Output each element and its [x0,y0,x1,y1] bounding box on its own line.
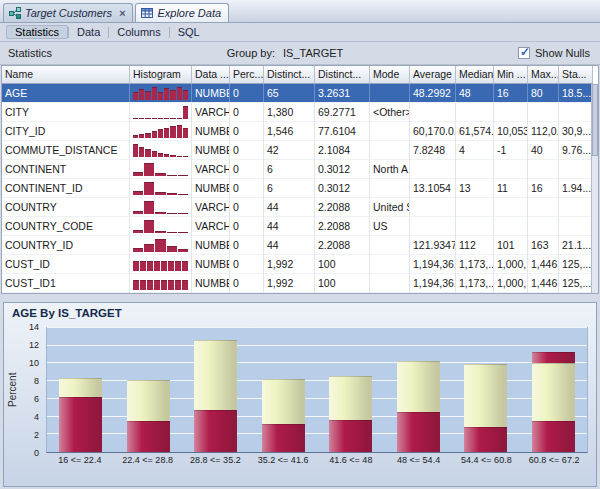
chart-bar-1[interactable] [59,328,102,452]
cell-name: CONTINENT_ID [2,179,130,198]
cell-value: 0 [230,103,264,122]
show-nulls-checkbox[interactable] [518,47,530,59]
histogram-bar [167,193,177,195]
subtab-columns[interactable]: Columns [109,25,168,39]
chart-bar-4[interactable] [262,328,305,452]
column-header-3[interactable]: Data ... [192,66,230,84]
histogram-bar [155,173,165,176]
histogram-bar [182,280,188,290]
cell-value: 0 [230,122,264,141]
cell-value: 13 [456,179,494,198]
cell-value: 16 [528,179,559,198]
subtab-sql[interactable]: SQL [170,25,208,39]
table-row-CONTINENT_ID[interactable]: CONTINENT_IDNUMBER060.301213.10541311161… [2,179,598,198]
cell-value: 1,992 [264,274,315,293]
column-header-6[interactable]: Distinct... [315,66,370,84]
bar-segment-red [59,397,102,452]
table-row-CITY[interactable]: CITYVARCH...01,38069.2771<Other> [2,103,598,122]
histogram-bar [152,151,157,157]
histogram-bar [155,212,165,214]
table-row-CITY_ID[interactable]: CITY_IDNUMBER01,54677.610460,170.0...61,… [2,122,598,141]
table-row-CUST_ID1[interactable]: CUST_ID1NUMBER01,9921001,194,36...1,173,… [2,274,598,293]
mini-histogram [133,86,188,100]
histogram-bar [183,106,188,119]
bar-segment-yellow [194,340,237,409]
tab-target-customers[interactable]: Target Customers × [3,3,133,22]
bar-segment-red [532,352,575,363]
column-header-11[interactable]: Max... [528,66,559,84]
cell-value: 1,446... [528,255,559,274]
cell-value: 10,053 [494,122,528,141]
cell-value [494,217,528,236]
table-header: NameHistogramData ...Perc...Distinct...D… [2,66,598,84]
cell-value: 13.1054 [410,179,456,198]
tab-explore-data[interactable]: Explore Data [135,3,229,22]
subtab-data[interactable]: Data [69,25,108,39]
cell-value: NUMBER [192,84,230,103]
subtab-statistics[interactable]: Statistics [6,25,68,39]
histogram-thumbnail [130,84,192,103]
histogram-bar [178,194,188,195]
chart-bar-2[interactable] [127,328,170,452]
bar-segment-red [194,410,237,453]
table-row-AGE[interactable]: AGENUMBER0653.263148.299248168018.5... [2,84,598,103]
cell-value: 18.5... [559,84,593,103]
chart-bar-6[interactable] [397,328,440,452]
chart-bar-8[interactable] [532,328,575,452]
cell-value: 1,000,... [494,274,528,293]
chart-bar-3[interactable] [194,328,237,452]
table-row-COUNTRY_ID[interactable]: COUNTRY_IDNUMBER0442.2088121.93471121011… [2,236,598,255]
histogram-thumbnail [130,217,192,236]
x-axis-labels: 16 <= 22.422.4 <= 28.828.8 <= 35.235.2 <… [46,455,588,467]
table-row-COMMUTE_DISTANCE[interactable]: COMMUTE_DISTANCENUMBER0422.10847.82484-1… [2,141,598,160]
cell-value: 112,0... [528,122,559,141]
cell-value: 101 [494,236,528,255]
cell-value [410,217,456,236]
cell-value: NUMBER [192,141,230,160]
mini-histogram [133,105,188,119]
chart-bar-5[interactable] [329,328,372,452]
cell-value: 0 [230,217,264,236]
column-header-1[interactable]: Name [2,66,130,84]
cell-value [528,198,559,217]
cell-value: 1,546 [264,122,315,141]
show-nulls-toggle[interactable]: Show Nulls [518,47,590,59]
cell-name: CONTINENT [2,160,130,179]
cell-value: 1,173,... [456,255,494,274]
histogram-bar [144,201,154,214]
table-row-CONTINENT[interactable]: CONTINENTVARCH...060.3012North A... [2,160,598,179]
bar-segment-red [397,412,440,452]
column-header-9[interactable]: Median [456,66,494,84]
group-by-value[interactable]: IS_TARGET [283,47,343,59]
cell-value: 1.94... [559,179,593,198]
y-tick-label: 12 [29,340,39,350]
table-row-COUNTRY[interactable]: COUNTRYVARCH...0442.2088United St... [2,198,598,217]
histogram-bar [164,154,169,157]
mini-histogram [133,124,188,138]
histogram-bar [133,92,138,100]
scrollbar-thumb[interactable] [592,84,598,156]
histogram-bar [133,280,139,290]
cell-value: 3.2631 [315,84,370,103]
column-header-12[interactable]: Sta... [559,66,593,84]
table-row-CUST_ID[interactable]: CUST_IDNUMBER01,9921001,194,36...1,173,.… [2,255,598,274]
histogram-bar [178,249,188,252]
histogram-bar [178,213,188,214]
column-header-5[interactable]: Distinct... [264,66,315,84]
column-header-7[interactable]: Mode [370,66,410,84]
histogram-bar [178,175,188,176]
histogram-bar [158,118,163,119]
cell-value: VARCH... [192,103,230,122]
table-row-COUNTRY_CODE[interactable]: COUNTRY_CODEVARCH...0442.2088US [2,217,598,236]
group-by-label: Group by: [227,47,275,59]
column-header-4[interactable]: Perc... [230,66,264,84]
chart-bar-7[interactable] [464,328,507,452]
column-header-8[interactable]: Average [410,66,456,84]
column-header-2[interactable]: Histogram [130,66,192,84]
column-header-10[interactable]: Min ... [494,66,528,84]
cell-value: 0.3012 [315,160,370,179]
workflow-icon [9,7,21,19]
close-icon[interactable]: × [119,8,125,18]
vertical-scrollbar[interactable] [591,84,598,293]
cell-value: 0 [230,255,264,274]
